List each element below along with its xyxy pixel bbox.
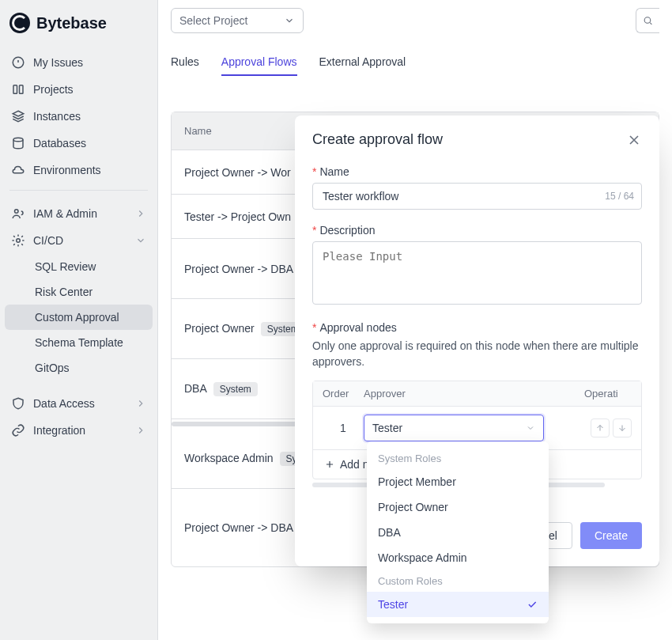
svg-point-5 (17, 239, 21, 243)
dropdown-group-label: System Roles (367, 448, 549, 469)
node-order: 1 (323, 422, 364, 434)
name-label: *Name (312, 165, 642, 178)
description-textarea[interactable] (312, 241, 642, 305)
char-count: 15 / 64 (605, 191, 634, 202)
svg-point-4 (15, 210, 19, 214)
sidebar-item-environments[interactable]: Environments (0, 157, 157, 184)
sidebar-label: Databases (33, 137, 86, 150)
sidebar: Bytebase My Issues Projects Instances Da… (0, 0, 158, 640)
dropdown-option-tester[interactable]: Tester (367, 592, 549, 617)
chevron-right-icon (135, 208, 146, 219)
svg-rect-2 (20, 85, 24, 94)
approval-nodes-label: *Approval nodes (312, 321, 642, 334)
tab-approval-flows[interactable]: Approval Flows (221, 49, 297, 76)
tab-external-approval[interactable]: External Approval (319, 49, 406, 76)
dropdown-option-workspace-admin[interactable]: Workspace Admin (367, 545, 549, 570)
modal-title: Create approval flow (312, 131, 443, 148)
arrow-down-icon (617, 423, 627, 433)
name-input[interactable] (312, 183, 642, 210)
subnav-gitops[interactable]: GitOps (5, 355, 153, 381)
sidebar-item-databases[interactable]: Databases (0, 130, 157, 157)
dropdown-option-project-member[interactable]: Project Member (367, 469, 549, 494)
folder-icon (11, 82, 25, 97)
sidebar-item-instances[interactable]: Instances (0, 103, 157, 130)
sidebar-label: My Issues (33, 56, 83, 69)
link-icon (11, 423, 25, 437)
users-icon (11, 206, 25, 221)
sidebar-label: IAM & Admin (33, 207, 97, 220)
project-selector[interactable]: Select Project (171, 8, 304, 33)
tabs: Rules Approval Flows External Approval (171, 49, 659, 77)
close-icon[interactable] (626, 132, 642, 148)
database-icon (11, 136, 25, 150)
check-icon (527, 599, 538, 610)
plus-icon (324, 459, 335, 470)
sidebar-item-iam[interactable]: IAM & Admin (0, 200, 157, 227)
gear-icon (11, 233, 25, 248)
divider (9, 190, 148, 191)
subnav-schema-template[interactable]: Schema Template (5, 330, 153, 355)
sidebar-item-integration[interactable]: Integration (0, 417, 157, 444)
chevron-right-icon (135, 425, 146, 436)
col-operations: Operati (584, 388, 632, 400)
sidebar-item-cicd[interactable]: CI/CD (0, 227, 157, 254)
project-placeholder: Select Project (179, 14, 247, 27)
sidebar-label: Projects (33, 83, 74, 96)
sidebar-label: CI/CD (33, 234, 63, 247)
logo-text: Bytebase (36, 14, 107, 32)
sidebar-label: Integration (33, 424, 85, 437)
logo[interactable]: Bytebase (0, 6, 157, 40)
description-label: *Description (312, 224, 642, 237)
chevron-down-icon (135, 235, 146, 246)
create-button[interactable]: Create (580, 522, 642, 549)
arrow-up-icon (595, 423, 605, 433)
sidebar-label: Environments (33, 164, 101, 176)
chevron-down-icon (526, 423, 535, 433)
chevron-down-icon (284, 15, 295, 26)
col-approver: Approver (364, 388, 584, 400)
search-input[interactable] (636, 8, 659, 33)
system-badge: System (213, 382, 258, 396)
subnav-risk-center[interactable]: Risk Center (5, 279, 153, 305)
search-icon (643, 14, 653, 27)
alert-icon (11, 55, 25, 70)
sidebar-item-projects[interactable]: Projects (0, 76, 157, 103)
dropdown-option-dba[interactable]: DBA (367, 520, 549, 545)
dropdown-option-project-owner[interactable]: Project Owner (367, 494, 549, 520)
sidebar-item-data-access[interactable]: Data Access (0, 390, 157, 417)
logo-mark-icon (9, 13, 30, 33)
dropdown-group-label: Custom Roles (367, 570, 549, 592)
approver-value: Tester (372, 422, 402, 434)
layers-icon (11, 109, 25, 123)
subnav-custom-approval[interactable]: Custom Approval (5, 305, 153, 330)
topbar: Select Project (171, 8, 659, 33)
chevron-right-icon (135, 398, 146, 409)
svg-rect-1 (13, 85, 17, 94)
sidebar-label: Instances (33, 110, 81, 123)
approver-select[interactable]: Tester (364, 415, 544, 441)
approver-dropdown: System Roles Project Member Project Owne… (367, 441, 549, 623)
move-down-button[interactable] (613, 418, 632, 437)
col-order: Order (323, 388, 364, 400)
tab-rules[interactable]: Rules (171, 49, 199, 76)
approval-nodes-hint: Only one approval is required on this no… (312, 339, 642, 369)
move-up-button[interactable] (591, 418, 610, 437)
cloud-icon (11, 163, 25, 177)
svg-point-6 (644, 17, 651, 24)
subnav-sql-review[interactable]: SQL Review (5, 254, 153, 279)
shield-icon (11, 396, 25, 411)
sidebar-item-my-issues[interactable]: My Issues (0, 49, 157, 76)
svg-point-3 (13, 138, 23, 142)
sidebar-label: Data Access (33, 397, 95, 410)
